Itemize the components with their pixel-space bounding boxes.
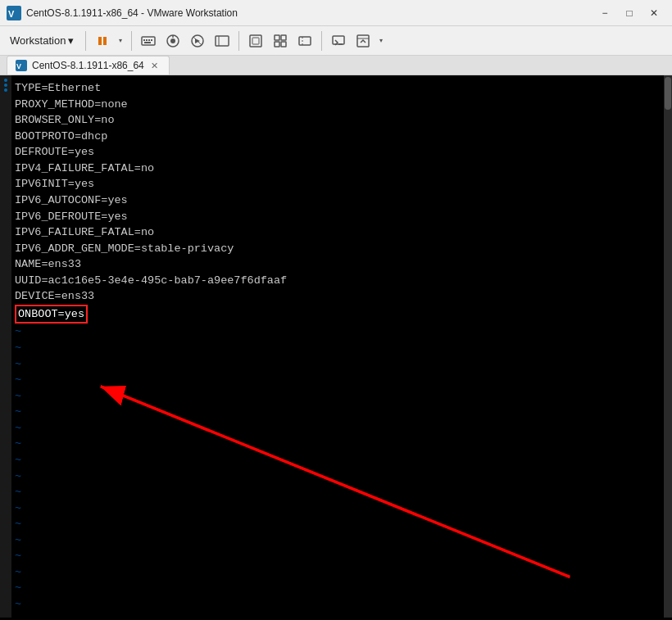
svg-rect-19 bbox=[275, 35, 279, 40]
svg-rect-6 bbox=[146, 39, 148, 41]
minimize-button[interactable]: − bbox=[593, 4, 616, 22]
svg-rect-18 bbox=[252, 38, 259, 44]
svg-rect-25 bbox=[333, 36, 344, 44]
fullscreen-icon bbox=[248, 34, 263, 48]
svg-rect-20 bbox=[281, 35, 286, 40]
title-bar-controls: − □ ✕ bbox=[593, 4, 665, 22]
svg-rect-7 bbox=[148, 39, 150, 41]
svg-rect-9 bbox=[144, 42, 151, 43]
terminal-line-11: IPV6_ADDR_GEN_MODE=stable-privacy bbox=[15, 241, 661, 257]
workstation-menu[interactable]: Workstation ▾ bbox=[3, 31, 80, 50]
svg-text:V: V bbox=[16, 62, 21, 70]
terminal-line-14: DEVICE=ens33 bbox=[15, 288, 661, 305]
workstation-chevron: ▾ bbox=[68, 34, 74, 47]
revert-icon bbox=[190, 34, 205, 48]
svg-rect-5 bbox=[143, 39, 145, 41]
terminal-scrollbar[interactable] bbox=[664, 75, 672, 618]
terminal-line-10: IPV6_FAILURE_FATAL=no bbox=[15, 224, 661, 241]
terminal-left-bar bbox=[0, 75, 11, 618]
svg-line-14 bbox=[193, 37, 202, 45]
send-ctrl-alt-del-button[interactable] bbox=[137, 29, 160, 52]
tab-close-button[interactable]: ✕ bbox=[149, 60, 161, 71]
view-chevron[interactable]: ▾ bbox=[375, 29, 387, 52]
menu-bar: Workstation ▾ ▾ bbox=[0, 26, 672, 56]
full-screen-button[interactable] bbox=[244, 29, 267, 52]
dot-2 bbox=[4, 84, 7, 87]
vm-tab[interactable]: V CentOS-8.1.1911-x86_64 ✕ bbox=[7, 56, 170, 75]
title-bar-left: V CentOS-8.1.1911-x86_64 - VMware Workst… bbox=[7, 6, 238, 20]
terminal-line-6: IPV4_FAILURE_FATAL=no bbox=[15, 161, 661, 177]
vm-settings-button[interactable] bbox=[211, 29, 234, 52]
terminal-line-15-highlighted: ONBOOT=yes bbox=[15, 305, 661, 324]
scrollbar-thumb[interactable] bbox=[665, 77, 671, 110]
view-group: ▾ bbox=[352, 29, 387, 52]
terminal-line-7: IPV6INIT=yes bbox=[15, 176, 661, 192]
snapshot-button[interactable] bbox=[161, 29, 184, 52]
onboot-highlighted: ONBOOT=yes bbox=[15, 305, 88, 324]
separator-2 bbox=[131, 31, 132, 51]
unity-icon bbox=[273, 34, 288, 48]
terminal-wrapper[interactable]: TYPE=Ethernet PROXY_METHOD=none BROWSER_… bbox=[0, 75, 672, 618]
tab-vm-icon: V bbox=[16, 60, 27, 71]
dot-1 bbox=[4, 79, 7, 82]
terminal-line-1: TYPE=Ethernet bbox=[15, 80, 661, 97]
terminal-section: TYPE=Ethernet PROXY_METHOD=none BROWSER_… bbox=[0, 75, 672, 620]
main-area: V CentOS-8.1.1911-x86_64 ✕ TYPE=Ethernet… bbox=[0, 56, 672, 620]
terminal-line-4: BOOTPROTO=dhcp bbox=[15, 129, 661, 145]
tab-label: CentOS-8.1.1911-x86_64 bbox=[32, 60, 144, 71]
terminal-line-12: NAME=ens33 bbox=[15, 256, 661, 273]
view-button[interactable] bbox=[352, 29, 375, 52]
pause-group: ▾ bbox=[91, 29, 126, 52]
terminal-line-3: BROWSER_ONLY=no bbox=[15, 112, 661, 129]
pause-chevron[interactable]: ▾ bbox=[115, 29, 126, 52]
svg-rect-8 bbox=[151, 39, 152, 41]
autofit-icon bbox=[297, 34, 312, 48]
window-title: CentOS-8.1.1911-x86_64 - VMware Workstat… bbox=[26, 7, 238, 19]
tab-bar: V CentOS-8.1.1911-x86_64 ✕ bbox=[0, 56, 672, 75]
console-icon bbox=[331, 34, 346, 48]
svg-rect-23 bbox=[299, 37, 311, 45]
maximize-button[interactable]: □ bbox=[618, 4, 641, 22]
pause-icon bbox=[96, 34, 109, 48]
view-icon bbox=[356, 34, 370, 48]
autofit-button[interactable] bbox=[293, 29, 316, 52]
svg-rect-22 bbox=[281, 42, 286, 47]
terminal-line-2: PROXY_METHOD=none bbox=[15, 97, 661, 113]
svg-text:V: V bbox=[8, 9, 15, 19]
terminal-line-9: IPV6_DEFROUTE=yes bbox=[15, 209, 661, 225]
terminal-line-5: DEFROUTE=yes bbox=[15, 144, 661, 161]
settings-icon bbox=[215, 34, 229, 48]
svg-rect-15 bbox=[216, 36, 229, 46]
terminal-line-13: UUID=ac1c16e5-3e4e-495c-bab7-a9ee7f6dfaa… bbox=[15, 273, 661, 289]
svg-rect-2 bbox=[98, 37, 102, 45]
terminal-line-8: IPV6_AUTOCONF=yes bbox=[15, 192, 661, 209]
console-button[interactable] bbox=[327, 29, 350, 52]
empty-lines: ~~~~~~~~~~~~~~~~~~ bbox=[15, 324, 661, 612]
close-button[interactable]: ✕ bbox=[642, 4, 665, 22]
keyboard-icon bbox=[141, 34, 156, 48]
terminal-dots bbox=[4, 79, 7, 92]
unity-button[interactable] bbox=[269, 29, 292, 52]
insert-mode-bar: -- INSERT -- bbox=[0, 618, 672, 620]
snapshot-icon bbox=[166, 34, 180, 48]
separator-1 bbox=[85, 31, 86, 51]
pause-button[interactable] bbox=[91, 29, 114, 52]
svg-rect-21 bbox=[275, 42, 279, 47]
svg-rect-3 bbox=[103, 37, 107, 45]
separator-4 bbox=[321, 31, 322, 51]
separator-3 bbox=[238, 31, 239, 51]
title-bar: V CentOS-8.1.1911-x86_64 - VMware Workst… bbox=[0, 0, 672, 26]
terminal-content[interactable]: TYPE=Ethernet PROXY_METHOD=none BROWSER_… bbox=[11, 75, 664, 618]
svg-point-11 bbox=[170, 38, 175, 43]
revert-button[interactable] bbox=[186, 29, 209, 52]
workstation-label: Workstation bbox=[10, 34, 66, 47]
dot-3 bbox=[4, 88, 7, 92]
svg-rect-17 bbox=[250, 35, 261, 47]
vmware-icon: V bbox=[7, 6, 21, 20]
